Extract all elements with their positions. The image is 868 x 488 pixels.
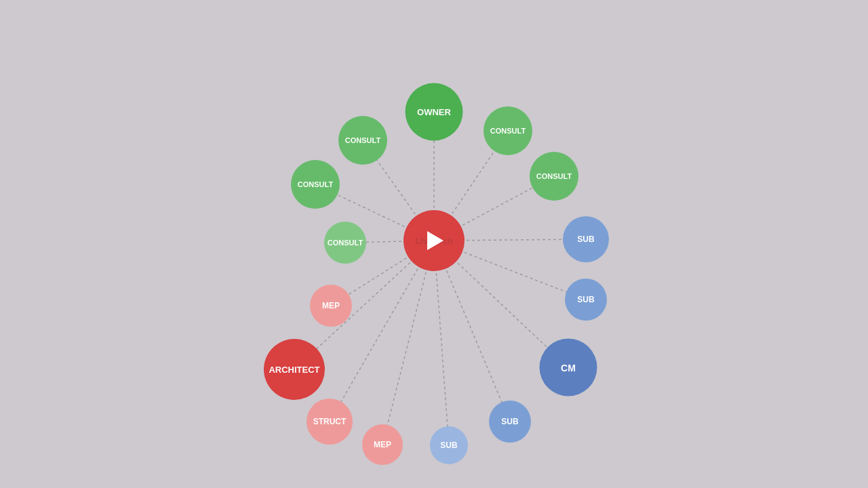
node-sub3[interactable]: SUB: [489, 401, 531, 443]
center-node[interactable]: [403, 210, 465, 271]
node-architect[interactable]: ARCHITECT: [264, 339, 325, 400]
node-sub4[interactable]: SUB: [430, 426, 468, 464]
node-sub1[interactable]: SUB: [563, 216, 609, 262]
node-consult5[interactable]: CONSULT: [530, 152, 578, 201]
diagram-container: LiveArch OWNERCONSULTCONSULTCONSULTCONSU…: [197, 34, 671, 454]
node-sub2[interactable]: SUB: [565, 279, 607, 321]
node-cm[interactable]: CM: [540, 339, 597, 396]
svg-line-10: [434, 241, 449, 445]
node-owner[interactable]: OWNER: [406, 83, 463, 141]
node-mep1[interactable]: MEP: [362, 424, 403, 465]
node-struct[interactable]: STRUCT: [307, 399, 353, 445]
svg-line-12: [330, 241, 434, 422]
svg-line-11: [382, 241, 434, 445]
node-consult3[interactable]: CONSULT: [324, 222, 366, 264]
node-mep2[interactable]: MEP: [310, 285, 352, 327]
node-consult1[interactable]: CONSULT: [338, 116, 387, 165]
node-consult4[interactable]: CONSULT: [484, 106, 532, 155]
node-consult2[interactable]: CONSULT: [291, 160, 340, 209]
